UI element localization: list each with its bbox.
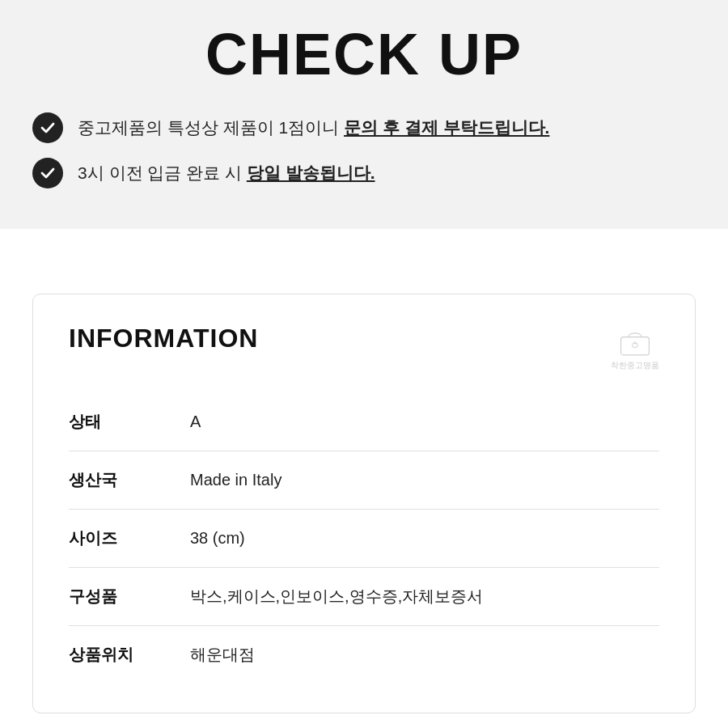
info-row-value: 38 (cm) (174, 510, 659, 568)
page-title: CHECK UP (32, 23, 696, 87)
brand-logo-icon (616, 327, 654, 358)
info-card-header: INFORMATION 착한중고명품 (69, 324, 659, 370)
notice-text-2: 3시 이전 입금 완료 시 당일 발송됩니다. (78, 160, 375, 186)
info-table-row: 구성품박스,케이스,인보이스,영수증,자체보증서 (69, 568, 659, 626)
info-table-row: 사이즈38 (cm) (69, 510, 659, 568)
info-row-label: 상품위치 (69, 626, 174, 684)
information-table: 상태A생산국Made in Italy사이즈38 (cm)구성품박스,케이스,인… (69, 393, 659, 684)
svg-rect-0 (621, 337, 650, 355)
information-card: INFORMATION 착한중고명품 상태A생산국Made in Italy사이… (32, 294, 696, 713)
info-row-label: 사이즈 (69, 510, 174, 568)
info-row-label: 상태 (69, 393, 174, 451)
section-divider (0, 229, 728, 269)
info-table-row: 상태A (69, 393, 659, 451)
notice-item-2: 3시 이전 입금 완료 시 당일 발송됩니다. (32, 158, 696, 188)
notice-item-1: 중고제품의 특성상 제품이 1점이니 문의 후 결제 부탁드립니다. (32, 112, 696, 143)
info-row-value: A (174, 393, 659, 451)
svg-rect-1 (633, 344, 637, 348)
checkmark-icon-1 (32, 112, 63, 143)
notice-text-1: 중고제품의 특성상 제품이 1점이니 문의 후 결제 부탁드립니다. (78, 115, 549, 141)
header-section: CHECK UP 중고제품의 특성상 제품이 1점이니 문의 후 결제 부탁드립… (0, 0, 728, 229)
notice-bold-1: 문의 후 결제 부탁드립니다. (344, 118, 549, 137)
checkmark-icon-2 (32, 158, 63, 188)
info-row-value: 박스,케이스,인보이스,영수증,자체보증서 (174, 568, 659, 626)
information-section: INFORMATION 착한중고명품 상태A생산국Made in Italy사이… (0, 269, 728, 728)
notice-list: 중고제품의 특성상 제품이 1점이니 문의 후 결제 부탁드립니다. 3시 이전… (32, 112, 696, 188)
info-row-value: Made in Italy (174, 451, 659, 510)
info-row-value: 해운대점 (174, 626, 659, 684)
info-table-row: 생산국Made in Italy (69, 451, 659, 510)
brand-name-text: 착한중고명품 (611, 360, 659, 370)
information-title: INFORMATION (69, 324, 258, 353)
info-row-label: 구성품 (69, 568, 174, 626)
info-table-row: 상품위치해운대점 (69, 626, 659, 684)
info-row-label: 생산국 (69, 451, 174, 510)
notice-bold-2: 당일 발송됩니다. (247, 163, 375, 182)
brand-watermark: 착한중고명품 (611, 327, 659, 370)
